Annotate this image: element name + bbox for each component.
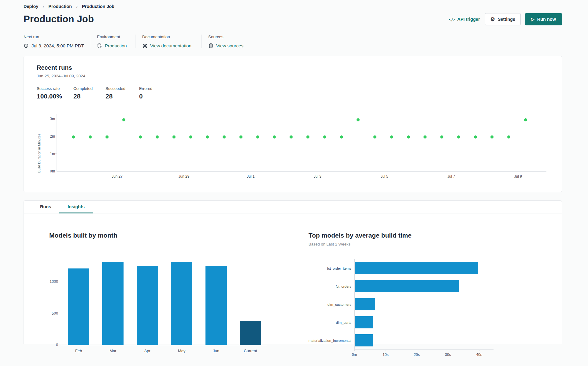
model-bar-cell: [354, 313, 494, 331]
production-job-page: Deploy › Production › Production Job Pro…: [0, 0, 588, 344]
x-axis-tick-mark: [417, 350, 417, 351]
run-duration-point[interactable]: [474, 135, 477, 139]
models-by-month-chart: Models built by month 05001000FebMarAprM…: [49, 232, 309, 359]
settings-button[interactable]: ⚙ Settings: [485, 13, 521, 25]
month-bar[interactable]: [68, 268, 89, 345]
models-by-month-title: Models built by month: [49, 232, 309, 239]
run-now-label: Run now: [537, 17, 556, 22]
run-duration-point[interactable]: [340, 135, 343, 139]
view-sources-link[interactable]: View sources: [216, 43, 243, 48]
build-duration-plot-area: 0m1m2m3mJun 27Jun 29Jul 1Jul 3Jul 5Jul 7…: [57, 114, 546, 172]
x-axis-tick-mark: [448, 350, 448, 351]
y-axis-tick-label: 500: [52, 311, 58, 316]
page-title: Production Job: [24, 14, 94, 25]
stat-label: Success rate: [37, 86, 73, 91]
month-bar[interactable]: [171, 262, 192, 345]
breadcrumb-item-deploy[interactable]: Deploy: [24, 4, 38, 9]
x-axis-tick-mark: [354, 350, 355, 351]
run-duration-point[interactable]: [72, 135, 75, 139]
view-documentation-link[interactable]: View documentation: [150, 43, 191, 48]
meta-next-run: Next run Jul 9, 2024, 5:00 PM PDT: [24, 35, 90, 48]
model-build-time-bar[interactable]: [355, 298, 375, 310]
run-duration-point[interactable]: [423, 135, 427, 139]
environment-label: Environment: [97, 35, 135, 39]
x-axis-tick-label: 0m: [352, 353, 357, 357]
month-bar[interactable]: [205, 266, 227, 345]
run-duration-point[interactable]: [273, 135, 276, 139]
run-duration-point[interactable]: [223, 135, 226, 139]
play-icon: ▷: [531, 17, 534, 21]
stat-label: Errored: [139, 86, 152, 91]
month-bar[interactable]: [102, 262, 124, 345]
y-axis-tick-mark: [55, 119, 57, 119]
x-axis-tick-label: Jul 3: [314, 174, 321, 179]
run-duration-point[interactable]: [239, 135, 242, 139]
documentation-label: Documentation: [142, 35, 201, 39]
build-duration-chart: Build Duration in Minutes 0m1m2m3mJun 27…: [37, 111, 549, 184]
top-models-plot-area: fct_order_itemsfct_ordersdim_customersdi…: [309, 259, 562, 359]
run-duration-point[interactable]: [507, 135, 510, 139]
environment-link[interactable]: Production: [105, 43, 127, 48]
stat-success-rate: Success rate 100.00%: [37, 86, 73, 100]
run-duration-point[interactable]: [156, 135, 159, 139]
recent-runs-date-range: Jun 25, 2024–Jul 09, 2024: [37, 74, 549, 78]
insights-card: Runs Insights Models built by month 0500…: [24, 200, 562, 344]
breadcrumb-item-production[interactable]: Production: [48, 4, 72, 9]
run-duration-point[interactable]: [357, 118, 360, 121]
run-duration-point[interactable]: [440, 135, 443, 139]
run-duration-point[interactable]: [390, 135, 393, 139]
x-axis-tick-label: Jul 7: [447, 174, 455, 179]
meta-documentation: Documentation View documentation: [135, 35, 201, 48]
model-build-time-bar[interactable]: [355, 280, 459, 292]
model-bar-cell: [354, 295, 494, 313]
run-duration-point[interactable]: [105, 135, 109, 139]
tab-insights[interactable]: Insights: [59, 201, 93, 213]
month-bar[interactable]: [137, 266, 158, 345]
run-duration-point[interactable]: [189, 135, 192, 139]
stat-value: 28: [73, 93, 105, 100]
x-axis-tick-label: Jun 29: [178, 174, 189, 179]
meta-sources: Sources View sources: [201, 35, 243, 48]
stat-label: Completed: [73, 86, 105, 91]
run-duration-point[interactable]: [373, 135, 376, 139]
model-row: fct_orders: [309, 277, 562, 295]
model-name-label: materialization_incremental: [309, 339, 354, 342]
run-duration-point[interactable]: [89, 135, 92, 139]
x-axis-tick-label: Jul 9: [514, 174, 522, 179]
job-tabs: Runs Insights: [24, 201, 562, 213]
run-duration-point[interactable]: [407, 135, 410, 139]
run-duration-point[interactable]: [490, 135, 494, 139]
tab-runs[interactable]: Runs: [32, 201, 59, 213]
api-trigger-link[interactable]: </> API trigger: [449, 17, 480, 22]
model-build-time-bar[interactable]: [355, 334, 373, 346]
run-duration-point[interactable]: [524, 118, 527, 121]
x-axis-category-label: Current: [244, 349, 257, 353]
run-duration-point[interactable]: [306, 135, 309, 139]
model-build-time-bar[interactable]: [355, 262, 478, 274]
model-build-time-bar[interactable]: [355, 316, 373, 328]
stat-errored: Errored 0: [139, 86, 152, 100]
x-axis-tick-label: 20s: [414, 353, 420, 357]
top-models-chart: Top models by average build time Based o…: [309, 232, 562, 359]
run-duration-point[interactable]: [139, 135, 142, 139]
x-axis-category-label: Mar: [109, 349, 116, 353]
run-duration-point[interactable]: [122, 118, 125, 121]
run-duration-point[interactable]: [206, 135, 209, 139]
run-duration-point[interactable]: [323, 135, 326, 139]
run-duration-point[interactable]: [290, 135, 293, 139]
run-duration-point[interactable]: [172, 135, 176, 139]
run-now-button[interactable]: ▷ Run now: [525, 13, 562, 25]
y-axis-tick-mark: [55, 136, 57, 136]
model-name-label: dim_parts: [309, 321, 354, 324]
sources-label: Sources: [208, 35, 243, 39]
y-axis-tick-label: 3m: [46, 117, 55, 121]
model-bar-cell: [354, 259, 494, 277]
top-models-title: Top models by average build time: [309, 232, 562, 239]
breadcrumb-item-current: Production Job: [82, 4, 114, 9]
x-axis-tick-label: Jul 1: [247, 174, 254, 179]
month-bar[interactable]: [240, 321, 261, 345]
model-row: dim_parts: [309, 313, 562, 331]
y-axis-tick-mark: [55, 171, 57, 171]
run-duration-point[interactable]: [457, 135, 460, 139]
run-duration-point[interactable]: [256, 135, 259, 139]
